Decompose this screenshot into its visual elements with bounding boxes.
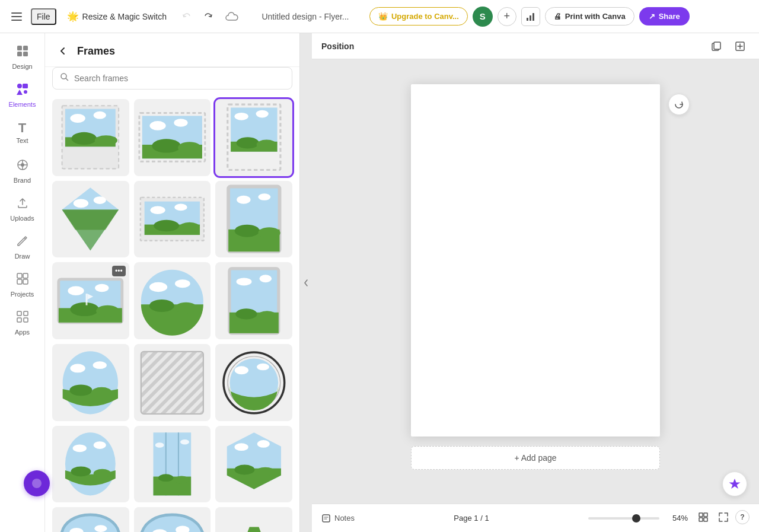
search-icon xyxy=(60,72,69,84)
share-label: Share xyxy=(659,12,680,21)
sidebar-item-draw[interactable]: Draw xyxy=(2,228,43,266)
draw-icon xyxy=(16,234,29,250)
svg-rect-8 xyxy=(17,52,22,56)
resize-magic-switch-button[interactable]: 🌟 Resize & Magic Switch xyxy=(61,7,173,26)
svg-point-120 xyxy=(174,476,189,484)
sidebar-item-elements[interactable]: Elements xyxy=(2,76,43,114)
sidebar-item-design[interactable]: Design xyxy=(2,38,43,76)
uploads-label: Uploads xyxy=(10,215,34,222)
purple-dot-inner xyxy=(32,479,42,488)
avatar-button[interactable]: S xyxy=(473,7,493,27)
search-input[interactable] xyxy=(74,74,285,83)
frame-item[interactable] xyxy=(52,181,129,258)
svg-rect-2 xyxy=(11,20,22,21)
svg-point-43 xyxy=(178,142,201,154)
svg-rect-24 xyxy=(17,311,21,316)
svg-point-66 xyxy=(237,196,250,204)
search-box xyxy=(52,67,292,90)
position-icons xyxy=(707,37,750,56)
notes-button[interactable]: Notes xyxy=(321,514,355,523)
svg-point-111 xyxy=(71,467,91,477)
copy-style-button[interactable] xyxy=(707,37,726,56)
share-button[interactable]: ↗ Share xyxy=(639,7,690,26)
svg-point-36 xyxy=(95,136,117,146)
frame-more-options[interactable]: ••• xyxy=(112,266,126,276)
svg-rect-5 xyxy=(532,13,534,21)
frame-item[interactable] xyxy=(52,426,129,503)
frame-item[interactable] xyxy=(215,426,292,503)
sidebar-item-uploads[interactable]: Uploads xyxy=(2,190,43,228)
frame-item[interactable] xyxy=(134,262,211,339)
print-button[interactable]: 🖨 Print with Canva xyxy=(545,7,634,26)
svg-point-62 xyxy=(154,220,179,231)
frame-item[interactable] xyxy=(134,344,211,421)
zoom-thumb[interactable] xyxy=(632,514,640,523)
frame-item[interactable] xyxy=(215,99,292,176)
analytics-button[interactable] xyxy=(521,7,540,26)
refresh-button[interactable] xyxy=(668,94,690,115)
brand-icon xyxy=(16,158,29,174)
svg-point-106 xyxy=(234,366,248,374)
frames-grid-container: ••• xyxy=(45,97,299,532)
canva-helper-button[interactable] xyxy=(722,472,747,496)
frame-item[interactable]: A xyxy=(215,507,292,532)
zoom-slider[interactable] xyxy=(588,517,659,520)
fullscreen-button[interactable] xyxy=(715,510,732,527)
uploads-icon xyxy=(16,196,29,212)
menu-icon[interactable] xyxy=(7,7,26,26)
canvas-scroll-area[interactable]: + Add page xyxy=(312,59,759,504)
undo-button[interactable] xyxy=(177,7,196,26)
svg-point-117 xyxy=(180,439,189,444)
upgrade-button[interactable]: 👑 Upgrade to Canv... xyxy=(369,7,468,26)
svg-point-110 xyxy=(94,441,106,449)
sidebar-item-apps[interactable]: Apps xyxy=(2,304,43,342)
cloud-save-button[interactable] xyxy=(222,7,241,26)
svg-point-77 xyxy=(97,305,120,316)
frame-item[interactable] xyxy=(134,426,211,503)
svg-rect-148 xyxy=(699,518,703,521)
canvas-document[interactable] xyxy=(411,84,660,437)
frame-item[interactable] xyxy=(134,181,211,258)
hide-panel-button[interactable] xyxy=(300,33,312,532)
back-button[interactable] xyxy=(55,43,71,59)
svg-point-81 xyxy=(149,282,167,292)
frames-header: Frames xyxy=(45,33,299,67)
file-menu[interactable]: File xyxy=(31,8,56,25)
svg-point-33 xyxy=(94,112,106,119)
print-label: Print with Canva xyxy=(565,12,626,21)
svg-point-90 xyxy=(235,308,257,319)
frame-item[interactable]: ••• xyxy=(52,262,129,339)
svg-rect-147 xyxy=(704,513,707,517)
svg-point-63 xyxy=(179,222,200,233)
purple-dot-button[interactable] xyxy=(24,470,50,496)
frame-item[interactable] xyxy=(134,99,211,176)
view-buttons: ? xyxy=(695,510,750,527)
crown-icon: 👑 xyxy=(378,12,388,21)
frame-item[interactable] xyxy=(52,99,129,176)
svg-point-128 xyxy=(95,525,107,532)
svg-rect-78 xyxy=(86,294,88,305)
sidebar-item-brand[interactable]: Brand xyxy=(2,152,43,190)
sidebar-item-projects[interactable]: Projects xyxy=(2,266,43,304)
sidebar-item-text[interactable]: T Text xyxy=(2,114,43,152)
help-button[interactable]: ? xyxy=(735,510,750,524)
redo-button[interactable] xyxy=(199,7,218,26)
apps-label: Apps xyxy=(15,329,30,336)
grid-view-button[interactable] xyxy=(695,510,712,527)
add-to-frame-button[interactable] xyxy=(731,37,750,56)
frame-item[interactable] xyxy=(52,507,129,532)
svg-rect-6 xyxy=(17,46,22,50)
design-icon xyxy=(16,44,29,60)
frame-item[interactable] xyxy=(215,262,292,339)
frame-item[interactable] xyxy=(215,344,292,421)
svg-point-15 xyxy=(21,163,24,167)
add-collaborator-button[interactable]: + xyxy=(498,7,516,26)
magic-icon: 🌟 xyxy=(67,11,79,22)
frame-item[interactable] xyxy=(134,507,211,532)
share-icon: ↗ xyxy=(649,12,655,21)
svg-rect-149 xyxy=(704,518,707,521)
add-page-button[interactable]: + Add page xyxy=(411,446,660,470)
document-title[interactable]: Untitled design - Flyer... xyxy=(246,12,365,21)
frame-item[interactable] xyxy=(52,344,129,421)
frame-item[interactable] xyxy=(215,181,292,258)
